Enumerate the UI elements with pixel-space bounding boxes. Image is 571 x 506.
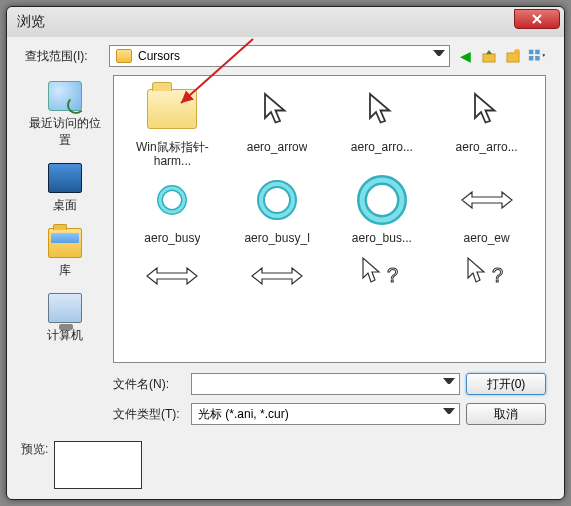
preview-box <box>54 441 142 489</box>
filetype-combo[interactable]: 光标 (*.ani, *.cur) <box>191 403 460 425</box>
preview-area: 预览: <box>21 441 142 489</box>
toolbar: ◀ <box>456 47 546 65</box>
chevron-down-icon <box>443 378 455 390</box>
sidebar-item-desktop[interactable]: 桌面 <box>48 163 82 214</box>
cursor-help-icon: ? <box>457 251 517 301</box>
sidebar-item-computer[interactable]: 计算机 <box>47 293 83 344</box>
busy-ring-icon <box>352 175 412 225</box>
file-item[interactable]: aero_busy_l <box>227 175 328 245</box>
file-item-label: aero_ew <box>464 231 510 245</box>
busy-ring-icon <box>247 175 307 225</box>
titlebar[interactable]: 浏览 <box>7 7 564 37</box>
dialog-window: 浏览 查找范围(I): Cursors ◀ <box>6 6 565 500</box>
file-item[interactable]: aero_arrow <box>227 84 328 169</box>
sidebar-item-label: 桌面 <box>53 197 77 214</box>
cursor-ew-icon <box>457 175 517 225</box>
close-button[interactable] <box>514 9 560 29</box>
folder-icon <box>116 49 132 63</box>
busy-ring-icon <box>142 175 202 225</box>
cursor-arrow-icon <box>247 84 307 134</box>
preview-label: 预览: <box>21 441 48 458</box>
recent-icon <box>48 81 82 111</box>
svg-rect-4 <box>535 50 540 55</box>
cursor-ew-icon <box>247 251 307 301</box>
desktop-icon <box>48 163 82 193</box>
lookin-value: Cursors <box>138 49 180 63</box>
up-icon[interactable] <box>480 47 498 65</box>
svg-rect-6 <box>535 56 540 61</box>
filetype-label: 文件类型(T): <box>113 406 185 423</box>
file-item-label: aero_arro... <box>456 140 518 154</box>
file-item[interactable] <box>122 251 223 307</box>
file-item-label: aero_busy <box>144 231 200 245</box>
file-item[interactable]: aero_arro... <box>436 84 537 169</box>
back-icon[interactable]: ◀ <box>456 47 474 65</box>
svg-point-12 <box>362 180 402 220</box>
file-item[interactable]: aero_arro... <box>332 84 433 169</box>
computer-icon <box>48 293 82 323</box>
svg-text:?: ? <box>492 264 503 286</box>
file-item-label: aero_busy_l <box>244 231 309 245</box>
svg-rect-0 <box>483 54 495 62</box>
sidebar-item-recent[interactable]: 最近访问的位置 <box>25 81 105 149</box>
chevron-down-icon <box>433 50 445 62</box>
file-item-label: aero_bus... <box>352 231 412 245</box>
window-title: 浏览 <box>17 13 45 31</box>
file-item[interactable]: ? <box>332 251 433 307</box>
cursor-help-icon: ? <box>352 251 412 301</box>
file-item[interactable]: Win鼠标指针-harm... <box>122 84 223 169</box>
file-item[interactable]: aero_busy <box>122 175 223 245</box>
open-button[interactable]: 打开(0) <box>466 373 546 395</box>
cancel-button[interactable]: 取消 <box>466 403 546 425</box>
svg-rect-5 <box>529 56 534 61</box>
lookin-label: 查找范围(I): <box>25 48 103 65</box>
cursor-arrow-icon <box>352 84 412 134</box>
chevron-down-icon <box>443 408 455 420</box>
filetype-value: 光标 (*.ani, *.cur) <box>198 406 289 423</box>
sidebar-item-label: 最近访问的位置 <box>25 115 105 149</box>
lookin-combo[interactable]: Cursors <box>109 45 450 67</box>
views-icon[interactable] <box>528 47 546 65</box>
svg-point-10 <box>261 184 293 216</box>
svg-point-2 <box>514 49 520 55</box>
svg-rect-3 <box>529 50 534 55</box>
file-item-label: aero_arrow <box>247 140 308 154</box>
filename-label: 文件名(N): <box>113 376 185 393</box>
cursor-ew-icon <box>142 251 202 301</box>
sidebar-item-library[interactable]: 库 <box>48 228 82 279</box>
file-item-label: aero_arro... <box>351 140 413 154</box>
file-item[interactable] <box>227 251 328 307</box>
svg-point-8 <box>160 188 184 212</box>
folder-icon <box>147 89 197 129</box>
svg-text:?: ? <box>387 264 398 286</box>
file-item[interactable]: ? <box>436 251 537 307</box>
newfolder-icon[interactable] <box>504 47 522 65</box>
filename-input[interactable] <box>191 373 460 395</box>
cursor-arrow-icon <box>457 84 517 134</box>
places-sidebar: 最近访问的位置 桌面 库 计算机 <box>25 75 105 363</box>
file-item-label: Win鼠标指针-harm... <box>127 140 217 169</box>
sidebar-item-label: 库 <box>59 262 71 279</box>
file-item[interactable]: aero_bus... <box>332 175 433 245</box>
file-listing[interactable]: Win鼠标指针-harm...aero_arrowaero_arro...aer… <box>113 75 546 363</box>
file-item[interactable]: aero_ew <box>436 175 537 245</box>
close-icon <box>531 13 543 25</box>
library-icon <box>48 228 82 258</box>
